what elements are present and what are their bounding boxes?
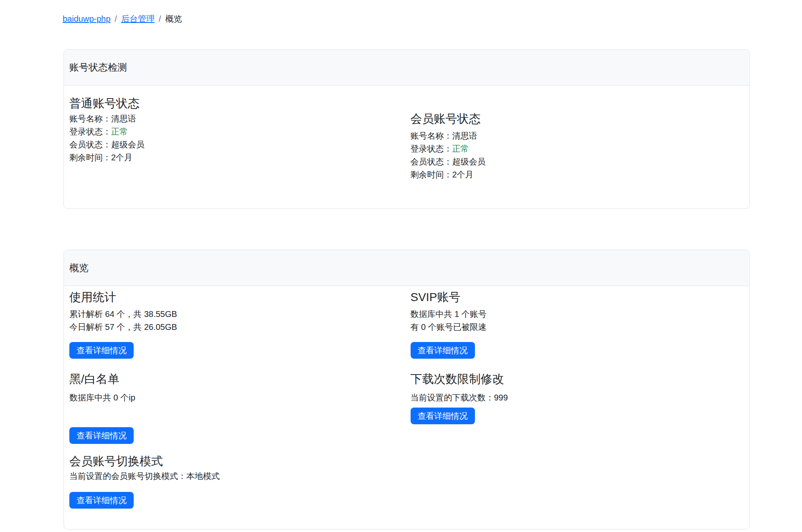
breadcrumb-separator: /: [159, 14, 161, 24]
breadcrumb-link-home[interactable]: baiduwp-php: [63, 14, 111, 24]
svip-lines: 数据库中共 1 个账号 有 0 个账号已被限速: [411, 308, 744, 334]
svip-title: SVIP账号: [411, 290, 744, 304]
vip-account-title: 会员账号状态: [411, 112, 744, 126]
account-row: 会员状态：超级会员: [411, 155, 744, 168]
download-limit-title: 下载次数限制修改: [411, 372, 744, 386]
row-value: 2个月: [452, 170, 474, 179]
breadcrumb-link-admin[interactable]: 后台管理: [121, 14, 155, 24]
normal-account-title: 普通账号状态: [69, 96, 407, 111]
vip-account-rows: 账号名称：清思语 登录状态：正常 会员状态：超级会员 剩余时间：2个月: [411, 129, 744, 181]
row-value: 超级会员: [111, 140, 145, 149]
overview-right-column: SVIP账号 数据库中共 1 个账号 有 0 个账号已被限速 查看详细情况 下载…: [407, 290, 744, 509]
account-row: 会员状态：超级会员: [69, 138, 407, 151]
switch-mode-lines: 当前设置的会员账号切换模式：本地模式: [69, 470, 407, 483]
account-row: 剩余时间：2个月: [69, 151, 407, 164]
breadcrumb: baiduwp-php / 后台管理 / 概览: [63, 14, 750, 24]
svip-count-line: 数据库中共 1 个账号: [411, 308, 744, 321]
usage-stats-title: 使用统计: [69, 290, 407, 304]
login-status-value: 正常: [452, 144, 469, 153]
switch-mode-title: 会员账号切换模式: [69, 454, 407, 469]
download-limit-line: 当前设置的下载次数：999: [411, 391, 744, 404]
row-value: 清思语: [111, 114, 136, 123]
row-label: 剩余时间：: [69, 153, 111, 162]
overview-card-body: 使用统计 累计解析 64 个，共 38.55GB 今日解析 57 个，共 26.…: [64, 286, 749, 509]
normal-account-rows: 账号名称：清思语 登录状态：正常 会员状态：超级会员 剩余时间：2个月: [69, 112, 407, 164]
blacklist-title: 黑/白名单: [69, 372, 407, 386]
overview-card-header: 概览: [64, 250, 749, 286]
overview-left-column: 使用统计 累计解析 64 个，共 38.55GB 今日解析 57 个，共 26.…: [69, 290, 407, 509]
row-value: 超级会员: [452, 157, 486, 166]
svip-detail-button[interactable]: 查看详细情况: [411, 342, 475, 359]
normal-account-column: 普通账号状态 账号名称：清思语 登录状态：正常 会员状态：超级会员 剩余时间：2…: [69, 96, 407, 181]
row-value: 2个月: [111, 153, 132, 162]
account-row: 剩余时间：2个月: [411, 168, 744, 181]
row-label: 会员状态：: [69, 140, 111, 149]
usage-total-line: 累计解析 64 个，共 38.55GB: [69, 308, 407, 321]
download-limit-button-row: 查看详细情况: [411, 404, 744, 424]
account-row: 账号名称：清思语: [69, 112, 407, 125]
page: baiduwp-php / 后台管理 / 概览 账号状态检测 普通账号状态 账号…: [63, 14, 750, 529]
vip-account-column: 会员账号状态 账号名称：清思语 登录状态：正常 会员状态：超级会员 剩余时间：2…: [407, 96, 744, 181]
blacklist-button-row: 查看详细情况: [69, 404, 407, 444]
usage-detail-button[interactable]: 查看详细情况: [69, 342, 134, 359]
usage-stats-lines: 累计解析 64 个，共 38.55GB 今日解析 57 个，共 26.05GB: [69, 308, 407, 334]
blacklist-count-line: 数据库中共 0 个ip: [69, 391, 407, 404]
account-row: 账号名称：清思语: [411, 129, 744, 142]
usage-today-line: 今日解析 57 个，共 26.05GB: [69, 321, 407, 334]
account-status-card: 账号状态检测 普通账号状态 账号名称：清思语 登录状态：正常 会员状态：超级会员…: [63, 49, 750, 209]
download-limit-lines: 当前设置的下载次数：999: [411, 391, 744, 404]
breadcrumb-current-overview: 概览: [165, 14, 182, 24]
switch-mode-line: 当前设置的会员账号切换模式：本地模式: [69, 470, 407, 483]
account-status-card-body: 普通账号状态 账号名称：清思语 登录状态：正常 会员状态：超级会员 剩余时间：2…: [64, 86, 749, 181]
switch-mode-button-row: 查看详细情况: [69, 483, 407, 509]
overview-card: 概览 使用统计 累计解析 64 个，共 38.55GB 今日解析 57 个，共 …: [63, 250, 750, 529]
row-label: 剩余时间：: [411, 170, 452, 179]
blacklist-detail-button[interactable]: 查看详细情况: [69, 427, 134, 444]
row-label: 登录状态：: [411, 144, 452, 153]
row-value: 清思语: [452, 131, 477, 140]
svip-button-row: 查看详细情况: [411, 334, 744, 359]
blacklist-lines: 数据库中共 0 个ip: [69, 391, 407, 404]
breadcrumb-separator: /: [115, 14, 117, 24]
account-status-card-header: 账号状态检测: [64, 50, 749, 86]
row-label: 账号名称：: [411, 131, 452, 140]
account-row: 登录状态：正常: [411, 142, 744, 155]
row-label: 会员状态：: [411, 157, 452, 166]
row-label: 登录状态：: [69, 127, 111, 136]
row-label: 账号名称：: [69, 114, 111, 123]
download-limit-detail-button[interactable]: 查看详细情况: [411, 408, 475, 424]
switch-mode-detail-button[interactable]: 查看详细情况: [69, 492, 134, 509]
login-status-value: 正常: [111, 127, 128, 136]
usage-button-row: 查看详细情况: [69, 334, 407, 359]
account-row: 登录状态：正常: [69, 125, 407, 138]
svip-limited-line: 有 0 个账号已被限速: [411, 321, 744, 334]
